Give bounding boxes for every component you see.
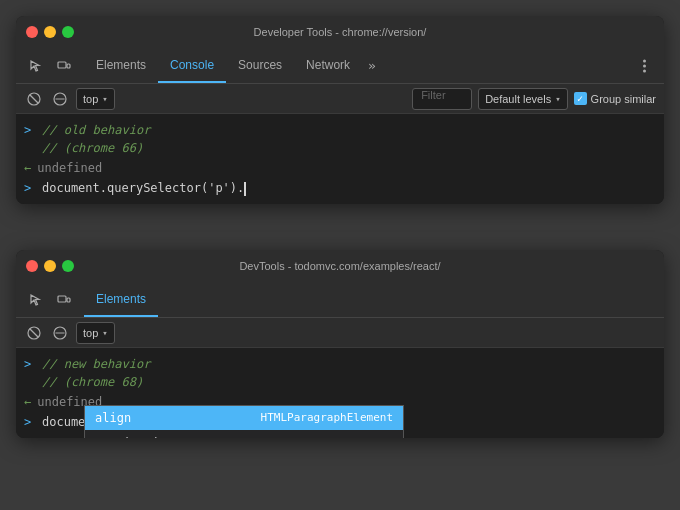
context-dropdown-arrow: ▾ [102,94,107,104]
window-title: Developer Tools - chrome://version/ [254,26,427,38]
prompt-2: > [24,355,36,373]
console-line-comment2: > // new behavior// (chrome 68) [16,354,664,392]
window-title-2: DevTools - todomvc.com/examples/react/ [239,260,440,272]
clear-console-icon[interactable] [24,89,44,109]
svg-rect-1 [67,64,70,68]
group-similar-checkbox[interactable]: ✓ [574,92,587,105]
console-line-comment1: > // old behavior// (chrome 66) [16,120,664,158]
comment-text-2: // new behavior// (chrome 68) [42,355,150,391]
svg-line-12 [30,329,38,337]
traffic-lights-1 [26,26,74,38]
block-icon[interactable] [50,89,70,109]
group-similar-checkbox-wrap[interactable]: ✓ Group similar [574,92,656,105]
tab-bar-icons-2 [24,282,76,317]
comment-text-1: // old behavior// (chrome 66) [42,121,150,157]
maximize-button[interactable] [62,26,74,38]
svg-point-4 [643,69,646,72]
svg-point-2 [643,59,646,62]
block-icon-2[interactable] [50,323,70,343]
prompt-input-1: > [24,179,36,197]
console-output-1: > // old behavior// (chrome 66) ← undefi… [16,114,664,204]
svg-rect-9 [58,296,66,302]
autocomplete-item-0[interactable]: align HTMLParagraphElement [85,406,403,430]
clear-console-icon-2[interactable] [24,323,44,343]
devtools-window-2: DevTools - todomvc.com/examples/react/ E… [16,250,664,438]
group-similar-label: Group similar [591,93,656,105]
tab-elements[interactable]: Elements [84,48,158,83]
autocomplete-item-1[interactable]: constructor [85,430,403,438]
context-dropdown-arrow-2: ▾ [102,328,107,338]
devtools-window-1: Developer Tools - chrome://version/ Elem… [16,16,664,204]
device-icon-2[interactable] [52,288,76,312]
prompt-input-2: > [24,413,36,431]
tab-bar-2: Elements [16,282,664,318]
title-bar-2: DevTools - todomvc.com/examples/react/ [16,250,664,282]
minimize-button[interactable] [44,26,56,38]
ac-type-0: HTMLParagraphElement [261,408,393,428]
result-text-1: undefined [37,159,102,177]
svg-line-6 [30,95,38,103]
minimize-button-2[interactable] [44,260,56,272]
maximize-button-2[interactable] [62,260,74,272]
context-label-2: top [83,327,98,339]
cursor-1 [244,182,246,196]
ac-label-0: align [95,408,131,428]
context-selector-2[interactable]: top ▾ [76,322,115,344]
context-selector[interactable]: top ▾ [76,88,115,110]
levels-dropdown-arrow: ▾ [555,94,560,104]
input-text-1: document.querySelector('p'). [42,179,246,197]
svg-rect-0 [58,62,66,68]
settings-icon[interactable] [632,54,656,78]
levels-label: Default levels [485,93,551,105]
tab-bar-right [632,48,656,83]
more-tabs[interactable]: » [362,48,382,83]
back-arrow-1: ← [24,159,31,177]
console-output-2: > // new behavior// (chrome 68) ← undefi… [16,348,664,438]
inspect-icon-2[interactable] [24,288,48,312]
console-toolbar-2: top ▾ [16,318,664,348]
device-icon[interactable] [52,54,76,78]
svg-point-3 [643,64,646,67]
prompt-1: > [24,121,36,139]
title-bar-1: Developer Tools - chrome://version/ [16,16,664,48]
tab-bar-icons [24,48,76,83]
inspect-icon[interactable] [24,54,48,78]
autocomplete-dropdown: align HTMLParagraphElement constructor a… [84,405,404,438]
tab-bar-1: Elements Console Sources Network » [16,48,664,84]
tab-sources[interactable]: Sources [226,48,294,83]
console-toolbar-1: top ▾ Filter Default levels ▾ ✓ Group si… [16,84,664,114]
ac-label-1: constructor [95,432,174,438]
close-button-2[interactable] [26,260,38,272]
close-button[interactable] [26,26,38,38]
console-line-input1[interactable]: > document.querySelector('p'). [16,178,664,198]
levels-selector[interactable]: Default levels ▾ [478,88,567,110]
tab-network[interactable]: Network [294,48,362,83]
filter-input[interactable]: Filter [412,88,472,110]
console-line-result1: ← undefined [16,158,664,178]
back-arrow-2: ← [24,393,31,411]
context-label: top [83,93,98,105]
tab-console[interactable]: Console [158,48,226,83]
traffic-lights-2 [26,260,74,272]
svg-rect-10 [67,298,70,302]
tab-elements-2[interactable]: Elements [84,282,158,317]
